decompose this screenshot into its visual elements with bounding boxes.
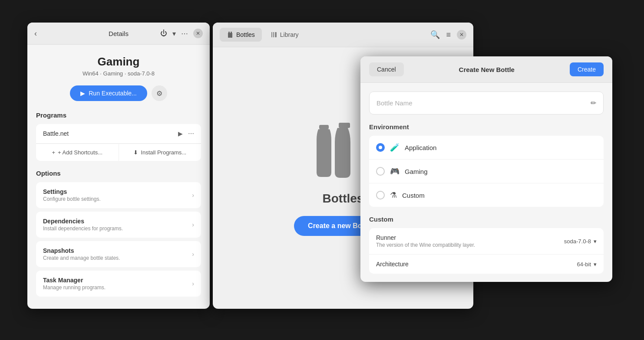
runner-option[interactable]: Runner The version of the Wine compatibi… [369,228,604,255]
titlebar-actions: ⏻ ▾ ⋯ ✕ [160,29,203,38]
svg-rect-5 [319,125,329,129]
env-label-gaming: Gaming [405,168,428,175]
close-button[interactable]: ✕ [193,29,203,38]
architecture-option-text: Architecture [376,261,409,268]
option-snapshots-title: Snapshots [43,247,120,254]
options-section-title: Options [36,170,201,177]
power-icon[interactable]: ⏻ [160,29,167,37]
program-shortcuts: + + Add Shortcuts... ⬇ Install Programs.… [36,144,201,161]
runner-label: Runner [376,234,475,241]
details-content: Gaming Win64 · Gaming · soda-7.0-8 ▶ Run… [27,45,210,309]
tab-bottles[interactable]: Bottles [220,28,262,42]
details-title: Details [109,30,129,37]
more-icon[interactable]: ⋯ [181,29,188,38]
gear-button[interactable]: ⚙ [152,85,167,101]
install-programs-button[interactable]: ⬇ Install Programs... [119,144,201,161]
play-program-icon[interactable]: ▶ [178,130,183,137]
env-option-application[interactable]: 🧪 Application [369,136,604,160]
tab-bottles-label: Bottles [236,31,255,38]
chevron-right-icon-2: › [192,221,194,228]
bottle-meta: Win64 · Gaming · soda-7.0-8 [36,70,201,77]
bottle-name-field[interactable]: ✏ [369,92,604,114]
programs-section-title: Programs [36,111,201,119]
architecture-value-display[interactable]: 64-bit ▾ [577,261,597,268]
architecture-option[interactable]: Architecture 64-bit ▾ [369,255,604,274]
radio-application[interactable] [376,143,385,152]
create-bottle-window: Cancel Create New Bottle Create ✏ Enviro… [360,56,612,282]
bottles-titlebar: Bottles Library 🔍 ≡ ✕ [213,23,473,47]
bottle-name: Gaming [36,55,201,69]
program-actions: ▶ ⋯ [178,130,194,137]
radio-gaming[interactable] [376,167,385,176]
svg-rect-2 [271,32,272,37]
custom-options: Runner The version of the Wine compatibi… [369,228,604,274]
program-name: Battle.net [43,130,178,137]
custom-section-title: Custom [369,216,604,223]
pencil-icon: ✏ [591,99,596,107]
option-dependencies-title: Dependencies [43,218,123,225]
cancel-button[interactable]: Cancel [369,62,404,76]
env-option-custom[interactable]: ⚗ Custom [369,183,604,207]
architecture-label: Architecture [376,261,409,268]
option-snapshots[interactable]: Snapshots Create and manage bottle state… [36,241,201,267]
install-programs-label: Install Programs... [141,149,186,156]
gaming-icon: 🎮 [390,167,400,176]
svg-rect-1 [231,32,232,33]
env-label-custom: Custom [402,192,425,199]
create-titlebar: Cancel Create New Bottle Create [360,56,612,83]
runner-option-text: Runner The version of the Wine compatibi… [376,234,475,248]
bottles-close-button[interactable]: ✕ [457,30,466,39]
application-icon: 🧪 [390,143,400,152]
create-content: ✏ Environment 🧪 Application 🎮 Gaming [360,83,612,282]
option-snapshots-desc: Create and manage bottle states. [43,255,120,261]
option-settings-desc: Configure bottle settings. [43,196,101,202]
bottle-header: Gaming Win64 · Gaming · soda-7.0-8 [36,55,201,77]
bottles-empty-label: Bottles [323,192,364,206]
add-shortcuts-label: + Add Shortcuts... [58,149,102,156]
radio-application-inner [379,146,382,149]
tab-library-label: Library [280,31,299,38]
create-confirm-button[interactable]: Create [570,62,604,76]
option-dependencies[interactable]: Dependencies Install dependencies for pr… [36,212,201,238]
add-icon: + [52,149,55,156]
option-settings-title: Settings [43,188,101,195]
radio-custom[interactable] [376,191,385,199]
details-window: ‹ Details ⏻ ▾ ⋯ ✕ Gaming Win64 · Gaming … [27,23,210,309]
bottle-actions: ▶ Run Executable... ⚙ [36,85,201,101]
play-icon: ▶ [80,90,85,97]
bottles-tb-actions: 🔍 ≡ ✕ [430,30,466,39]
runner-value: soda-7.0-8 [564,238,591,245]
close-icon-2: ✕ [459,32,464,38]
library-tab-icon [271,31,277,38]
tab-group: Bottles Library [220,28,430,42]
add-shortcuts-button[interactable]: + + Add Shortcuts... [36,144,119,161]
option-task-manager[interactable]: Task Manager Manage running programs. › [36,271,201,297]
program-item: Battle.net ▶ ⋯ [36,124,201,144]
svg-rect-4 [275,32,277,37]
option-settings[interactable]: Settings Configure bottle settings. › [36,182,201,208]
gear-icon: ⚙ [156,89,162,98]
chevron-right-icon: › [192,192,194,199]
runner-value-display[interactable]: soda-7.0-8 ▾ [564,238,597,245]
bottle-name-input[interactable] [376,99,591,107]
option-dependencies-desc: Install dependencies for programs. [43,226,123,232]
tab-library[interactable]: Library [264,28,306,42]
run-executable-button[interactable]: ▶ Run Executable... [70,85,147,101]
option-dependencies-text: Dependencies Install dependencies for pr… [43,218,123,232]
more-program-icon[interactable]: ⋯ [188,130,194,137]
svg-rect-0 [228,32,230,33]
close-icon: ✕ [196,30,200,36]
chevron-right-icon-3: › [192,251,194,258]
svg-rect-6 [339,123,350,128]
search-icon[interactable]: 🔍 [430,30,440,39]
chevron-down-icon[interactable]: ▾ [172,29,176,38]
back-button[interactable]: ‹ [34,29,37,38]
custom-icon: ⚗ [390,190,397,200]
menu-icon[interactable]: ≡ [446,30,451,39]
architecture-value: 64-bit [577,261,591,268]
option-task-manager-title: Task Manager [43,277,106,284]
option-settings-text: Settings Configure bottle settings. [43,188,101,202]
env-option-gaming[interactable]: 🎮 Gaming [369,160,604,183]
environment-options: 🧪 Application 🎮 Gaming ⚗ Custom [369,136,604,207]
runner-desc: The version of the Wine compatibility la… [376,242,475,248]
